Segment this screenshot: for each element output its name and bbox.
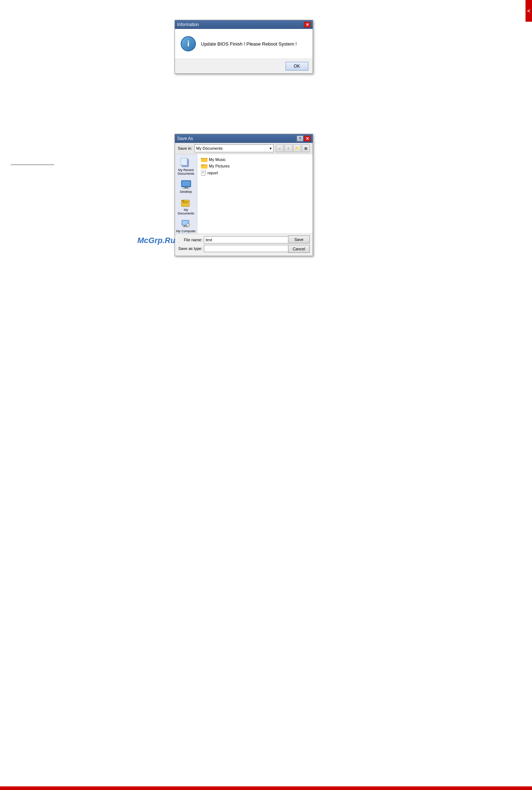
save-as-type-label: Save as type: [178,246,202,251]
saveas-toolbar: Save in: My Documents ▾ ← ↑ 📁 ▦ [175,143,313,154]
file-name: My Music [209,157,226,162]
toolbar-back-button[interactable]: ← [276,144,284,152]
saveas-dialog-title: Save As [177,136,193,141]
sidebar-my-documents-label: My Documents [176,208,196,216]
sidebar-item-my-documents[interactable]: My Documents [175,196,197,217]
bottom-bar [0,786,532,790]
svg-rect-6 [183,188,189,189]
saveas-file-area[interactable]: My Music My Pictures report [197,154,313,234]
sidebar-desktop-label: Desktop [180,190,192,194]
info-dialog-body: i Update BIOS Finish ! Please Reboot Sys… [175,29,313,59]
saveas-bottom-area: File name: test ▾ Save as type: ▾ Save C… [175,234,313,256]
info-ok-button[interactable]: OK [286,62,308,71]
document-icon [201,170,206,176]
my-documents-icon [180,198,192,208]
sidebar-recent-docs-label: My Recent Documents [176,169,196,176]
save-button[interactable]: Save [288,235,310,243]
save-in-label: Save in: [178,146,192,150]
sidebar-item-desktop[interactable]: Desktop [175,178,197,195]
toolbar-views-button[interactable]: ▦ [302,144,310,152]
svg-rect-29 [202,171,205,172]
back-arrow-icon: ← [278,146,282,150]
svg-rect-8 [181,200,184,201]
recent-documents-icon [180,158,192,168]
svg-rect-9 [183,201,188,202]
list-item[interactable]: My Pictures [200,163,310,169]
svg-rect-4 [182,181,190,186]
information-dialog: Information ✕ i Update BIOS Finish ! Ple… [175,20,313,74]
views-icon: ▦ [304,146,308,150]
saveas-action-buttons: Save Cancel [288,235,310,253]
info-dialog-title: Information [177,22,199,27]
new-folder-icon: 📁 [295,146,299,150]
save-in-value: My Documents [196,146,223,150]
file-name: My Pictures [209,164,229,168]
sidebar-my-computer-label: My Computer [176,230,196,233]
svg-rect-31 [202,173,204,173]
my-computer-icon [180,219,192,229]
svg-rect-28 [201,170,205,175]
saveas-sidebar: My Recent Documents Desktop [175,154,197,234]
toolbar-up-button[interactable]: ↑ [284,144,292,152]
folder-icon [201,163,207,169]
saveas-close-button[interactable]: ✕ [304,136,310,141]
info-dialog-footer: OK [175,59,313,73]
file-name-label: File name: [178,238,202,242]
svg-rect-24 [201,159,207,162]
list-item[interactable]: report [200,169,310,177]
sidebar-item-my-computer[interactable]: My Computer [175,217,197,235]
sidebar-item-recent-documents[interactable]: My Recent Documents [175,156,197,177]
folder-icon [201,157,207,162]
svg-rect-5 [184,187,188,188]
saveas-help-button[interactable]: ? [297,136,303,141]
info-icon: i [181,36,196,51]
desktop-icon [180,179,192,190]
svg-point-16 [187,224,189,226]
file-name: report [207,171,218,175]
toolbar-icons: ← ↑ 📁 ▦ [276,144,310,152]
saveas-content: My Recent Documents Desktop [175,154,313,234]
info-dialog-titlebar: Information ✕ [175,20,313,29]
svg-rect-30 [202,172,205,173]
info-message: Update BIOS Finish ! Please Reboot Syste… [201,41,297,47]
up-folder-icon: ↑ [288,146,289,150]
save-in-dropdown[interactable]: My Documents ▾ [194,144,274,152]
svg-rect-10 [183,203,188,203]
file-name-value: test [206,238,212,242]
saveas-titlebar: Save As ? ✕ [175,134,313,143]
cancel-button[interactable]: Cancel [288,245,310,253]
toolbar-new-folder-button[interactable]: 📁 [293,144,301,152]
svg-rect-2 [181,158,187,165]
info-dialog-close-button[interactable]: ✕ [304,22,310,27]
saveas-dialog: Save As ? ✕ Save in: My Documents ▾ ← ↑ … [175,134,313,256]
list-item[interactable]: My Music [200,156,310,163]
corner-tab: < [525,0,532,22]
dropdown-arrow-icon: ▾ [270,146,272,151]
saveas-title-buttons: ? ✕ [297,136,310,141]
svg-rect-27 [201,165,207,169]
divider-line [11,165,54,165]
watermark: McGrp.Ru [137,236,175,245]
